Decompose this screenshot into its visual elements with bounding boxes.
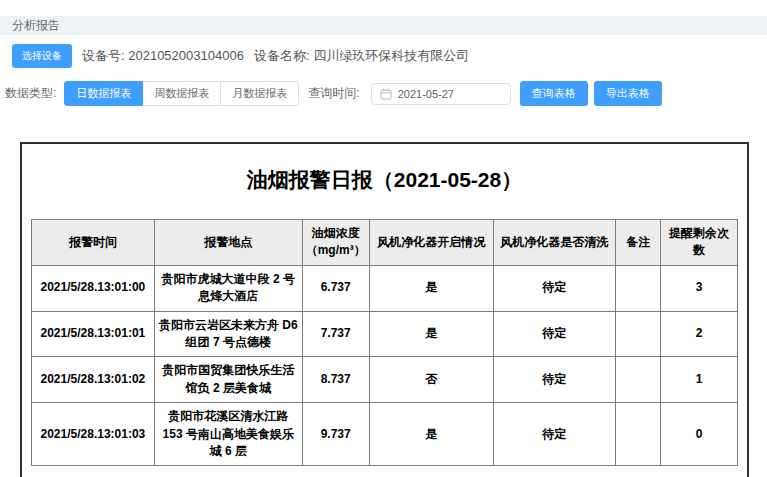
cell-note (616, 265, 661, 311)
device-number-label: 设备号: 2021052003104006 (82, 47, 244, 65)
cell-time: 2021/5/28.13:01:01 (32, 311, 155, 357)
cell-remaining: 0 (661, 403, 738, 466)
cell-concentration: 6.737 (302, 265, 369, 311)
col-alarm-time: 报警时间 (32, 220, 155, 266)
cell-remaining: 3 (661, 265, 738, 311)
query-time-label: 查询时间: (308, 85, 359, 102)
cell-note (616, 357, 661, 403)
device-bar: 选择设备 设备号: 2021052003104006 设备名称: 四川绿玖环保科… (0, 35, 767, 77)
cell-location: 贵阳市国贸集团快乐生活馆负 2 层美食城 (154, 357, 302, 403)
data-type-label: 数据类型: (5, 85, 56, 102)
report-panel: 油烟报警日报（2021-05-28） 报警时间 报警地点 油烟浓度 （mg/m³… (20, 142, 749, 477)
device-name-label: 设备名称: 四川绿玖环保科技有限公司 (254, 47, 469, 65)
col-remaining-reminders: 提醒剩余次数 (661, 220, 738, 266)
table-row: 2021/5/28.13:01:01 贵阳市云岩区未来方舟 D6 组团 7 号点… (32, 311, 738, 357)
col-purifier-status: 风机净化器开启情况 (369, 220, 493, 266)
filter-bar: 数据类型: 日数据报表 周数据报表 月数据报表 查询时间: 2021-05-27… (0, 81, 767, 106)
cell-concentration: 7.737 (302, 311, 369, 357)
tab-monthly-report[interactable]: 月数据报表 (220, 81, 299, 106)
cell-note (616, 311, 661, 357)
col-concentration-unit: （mg/m³） (306, 242, 366, 259)
date-value: 2021-05-27 (398, 88, 454, 100)
table-row: 2021/5/28.13:01:03 贵阳市花溪区清水江路 153 号南山高地美… (32, 403, 738, 466)
cell-time: 2021/5/28.13:01:03 (32, 403, 155, 466)
tab-daily-report[interactable]: 日数据报表 (64, 81, 143, 106)
cell-time: 2021/5/28.13:01:02 (32, 357, 155, 403)
cell-purifier-on: 是 (369, 311, 493, 357)
cell-purifier-on: 否 (369, 357, 493, 403)
date-picker-input[interactable]: 2021-05-27 (371, 83, 511, 105)
report-title: 油烟报警日报（2021-05-28） (22, 166, 747, 194)
query-table-button[interactable]: 查询表格 (520, 81, 588, 106)
report-type-tabs: 日数据报表 周数据报表 月数据报表 (64, 81, 299, 106)
col-purifier-cleaned: 风机净化器是否清洗 (493, 220, 616, 266)
cell-concentration: 9.737 (302, 403, 369, 466)
page-title: 分析报告 (12, 17, 60, 34)
calendar-icon (380, 88, 392, 100)
cell-purifier-cleaned: 待定 (493, 357, 616, 403)
table-row: 2021/5/28.13:01:02 贵阳市国贸集团快乐生活馆负 2 层美食城 … (32, 357, 738, 403)
cell-purifier-cleaned: 待定 (493, 311, 616, 357)
cell-purifier-on: 是 (369, 403, 493, 466)
cell-location: 贵阳市虎城大道中段 2 号息烽大酒店 (154, 265, 302, 311)
cell-time: 2021/5/28.13:01:00 (32, 265, 155, 311)
cell-purifier-cleaned: 待定 (493, 265, 616, 311)
cell-remaining: 1 (661, 357, 738, 403)
export-table-button[interactable]: 导出表格 (594, 81, 662, 106)
cell-purifier-on: 是 (369, 265, 493, 311)
cell-concentration: 8.737 (302, 357, 369, 403)
col-concentration-label: 油烟浓度 (312, 226, 360, 240)
alarm-table: 报警时间 报警地点 油烟浓度 （mg/m³） 风机净化器开启情况 风机净化器是否… (31, 219, 738, 466)
table-header-row: 报警时间 报警地点 油烟浓度 （mg/m³） 风机净化器开启情况 风机净化器是否… (32, 220, 738, 266)
cell-location: 贵阳市花溪区清水江路 153 号南山高地美食娱乐城 6 层 (154, 403, 302, 466)
select-device-button[interactable]: 选择设备 (12, 44, 72, 68)
page-title-bar: 分析报告 (0, 16, 767, 35)
col-alarm-location: 报警地点 (154, 220, 302, 266)
cell-remaining: 2 (661, 311, 738, 357)
cell-location: 贵阳市云岩区未来方舟 D6 组团 7 号点德楼 (154, 311, 302, 357)
cell-purifier-cleaned: 待定 (493, 403, 616, 466)
table-row: 2021/5/28.13:01:00 贵阳市虎城大道中段 2 号息烽大酒店 6.… (32, 265, 738, 311)
tab-weekly-report[interactable]: 周数据报表 (142, 81, 221, 106)
col-remark: 备注 (616, 220, 661, 266)
cell-note (616, 403, 661, 466)
col-concentration: 油烟浓度 （mg/m³） (302, 220, 369, 266)
